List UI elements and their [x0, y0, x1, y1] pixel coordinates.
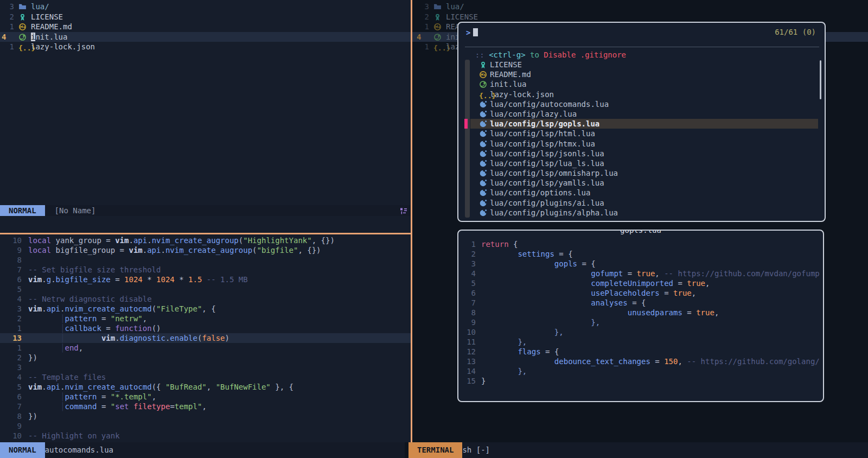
braces-icon: {..}	[433, 43, 442, 51]
code-editor[interactable]: 10local yank_group = vim.api.nvim_create…	[0, 236, 411, 441]
finder-item[interactable]: {..}lazy-lock.json	[458, 90, 825, 99]
finder-prompt[interactable]: >	[466, 28, 478, 37]
line-number: 13	[0, 333, 22, 343]
cursor: i	[446, 33, 450, 41]
finder-results: LICENSEREADME.mdinit.lua{..}lazy-lock.js…	[458, 60, 825, 218]
code-text: │end,	[28, 343, 83, 353]
line-number: 11	[461, 337, 476, 347]
finder-item[interactable]: lua/config/plugins/alpha.lua	[458, 208, 825, 218]
finder-item[interactable]: lua/config/autocomands.lua	[458, 99, 825, 109]
finder-item[interactable]: lua/config/lsp/jsonls.lua	[458, 149, 825, 158]
line-number: 1	[0, 42, 14, 52]
vertical-window-separator[interactable]	[411, 0, 412, 442]
finder-item[interactable]: lua/config/lsp/htmx.lua	[458, 139, 825, 149]
code-line[interactable]: 1 │end,	[0, 343, 411, 353]
code-line[interactable]: 8	[0, 255, 411, 265]
code-line[interactable]: 5	[0, 284, 411, 294]
file-name: lua/	[31, 2, 49, 12]
preview-line: 7 analyses = {	[458, 298, 823, 308]
finder-item[interactable]: lua/config/lsp/html.lua	[458, 129, 825, 138]
prompt-symbol: >	[466, 28, 470, 37]
explorer-statusline: NORMAL[No Name]	[0, 205, 411, 216]
line-number: 1	[461, 239, 476, 249]
code-text: -- Set bigfile size threshold	[28, 265, 161, 275]
finder-item[interactable]: lua/config/options.lua	[458, 188, 825, 198]
finder-item[interactable]: lua/config/lsp/yamlls.lua	[458, 178, 825, 188]
preview-line: 13 debounce_text_changes = 150, -- https…	[458, 357, 823, 366]
explorer-item[interactable]: 3lua/	[415, 2, 868, 12]
preview-code: 1return {2 settings = {3 gopls = {4 gofu…	[458, 239, 823, 386]
line-number: 4	[0, 294, 22, 304]
finder-header: :: <ctrl-g> to Disable .gitignore	[466, 50, 626, 60]
line-number: 1	[0, 343, 22, 353]
finder-item[interactable]: README.md	[458, 69, 825, 79]
code-line[interactable]: 2})	[0, 353, 411, 362]
code-text: },	[481, 327, 564, 337]
code-line[interactable]: 3vim.api.nvim_create_autocmd("FileType",…	[0, 304, 411, 314]
finder-item[interactable]: lua/config/lsp/lua_ls.lua	[458, 158, 825, 168]
horizontal-window-separator[interactable]	[0, 233, 411, 234]
line-number: 8	[0, 411, 22, 421]
lua-green-icon	[433, 33, 442, 41]
code-line[interactable]: 4-- Template files	[0, 372, 411, 382]
file-name: lua/config/lazy.lua	[490, 109, 577, 119]
code-line[interactable]: 13 │ vim.diagnostic.enable(false)	[0, 333, 411, 343]
code-line[interactable]: 2 │pattern = "netrw",	[0, 314, 411, 323]
code-text: -- Template files	[28, 372, 106, 382]
finder-scrollbar[interactable]	[820, 60, 821, 99]
code-line[interactable]: 10-- Highlight on yank	[0, 431, 411, 441]
statusline-left: NORMALautocomands.lua	[0, 442, 405, 458]
code-line[interactable]: 6 │pattern = "*.templ",	[0, 392, 411, 402]
finder-item[interactable]: LICENSE	[458, 60, 825, 69]
file-name: lazy-lock.json	[31, 42, 95, 52]
lua-blue-icon	[479, 150, 487, 158]
line-number: 3	[0, 304, 22, 314]
code-line[interactable]: 8})	[0, 411, 411, 421]
code-text: },	[481, 337, 527, 347]
code-line[interactable]: 3	[0, 362, 411, 372]
code-text: │callback = function()	[28, 323, 161, 333]
code-text: │pattern = "netrw",	[28, 314, 147, 323]
code-line[interactable]: 6vim.g.bigfile_size = 1024 * 1024 * 1.5 …	[0, 275, 411, 284]
code-line[interactable]: 7-- Set bigfile size threshold	[0, 265, 411, 275]
code-text: gofumpt = true, -- https://github.com/mv…	[481, 269, 820, 278]
line-number: 5	[0, 284, 22, 294]
preview-line: 9 },	[458, 317, 823, 327]
file-name: lua/config/plugins/alpha.lua	[490, 208, 618, 218]
line-number: 14	[461, 366, 476, 376]
file-name: lua/config/plugins/ai.lua	[490, 198, 604, 208]
explorer-item[interactable]: 2LICENSE	[415, 12, 868, 22]
code-line[interactable]: 7 │command = "set filetype=templ",	[0, 402, 411, 411]
code-line[interactable]: 5vim.api.nvim_create_autocmd({ "BufRead"…	[0, 382, 411, 392]
code-line[interactable]: 1 │callback = function()	[0, 323, 411, 333]
braces-icon: {..}	[479, 91, 487, 99]
file-name: lua/config/lsp/yamlls.lua	[490, 178, 604, 188]
finder-item[interactable]: lua/config/lsp/omnisharp.lua	[458, 168, 825, 178]
code-line[interactable]: 9	[0, 421, 411, 431]
finder-item[interactable]: lua/config/lazy.lua	[458, 109, 825, 119]
code-text: analyses = {	[481, 298, 646, 308]
finder-item[interactable]: lua/config/plugins/ai.lua	[458, 198, 825, 208]
code-line[interactable]: 4-- Netrw diagnostic disable	[0, 294, 411, 304]
code-line[interactable]: 9local bigfile_group = vim.api.nvim_crea…	[0, 245, 411, 255]
line-number: 10	[461, 327, 476, 337]
preview-line: 12 flags = {	[458, 347, 823, 357]
file-name: init.lua	[31, 32, 67, 42]
file-name: lua/config/lsp/htmx.lua	[490, 139, 595, 149]
finder-item[interactable]: init.lua	[458, 79, 825, 89]
finder-item[interactable]: lua/config/lsp/gopls.lua	[458, 119, 825, 129]
code-text: }	[481, 376, 486, 386]
line-number: 3	[415, 2, 429, 12]
code-text: vim.api.nvim_create_autocmd("FileType", …	[28, 304, 216, 314]
line-number: 2	[0, 353, 22, 362]
file-name: README.md	[31, 22, 72, 32]
lua-blue-icon	[479, 120, 487, 128]
code-text: unusedparams = true,	[481, 308, 719, 317]
code-text: │ vim.diagnostic.enable(false)	[28, 333, 229, 343]
preview-line: 8 unusedparams = true,	[458, 308, 823, 317]
file-name: lua/	[446, 2, 464, 12]
lua-blue-icon	[479, 160, 487, 168]
code-line[interactable]: 10local yank_group = vim.api.nvim_create…	[0, 236, 411, 245]
code-text: -- Highlight on yank	[28, 431, 120, 441]
line-number: 10	[0, 236, 22, 245]
